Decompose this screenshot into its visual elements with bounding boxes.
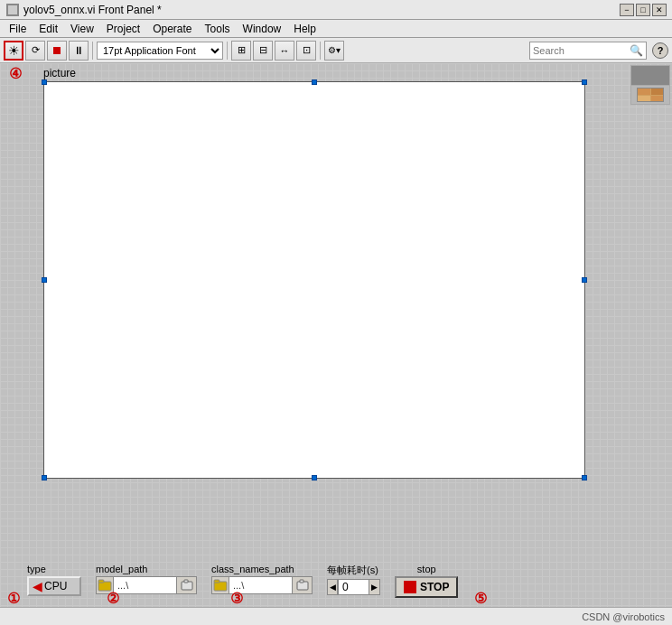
model-path-browse-button[interactable] <box>177 576 197 594</box>
restore-button[interactable]: □ <box>636 4 650 16</box>
app-icon <box>5 3 20 17</box>
type-body: ◀ CPU <box>27 576 81 596</box>
handle-top-left[interactable] <box>42 79 47 85</box>
pause-icon: ⏸ <box>73 44 84 57</box>
annotation-2: ② <box>107 591 119 606</box>
menu-edit[interactable]: Edit <box>33 22 63 36</box>
pause-button[interactable]: ⏸ <box>69 41 89 61</box>
window-controls: − □ ✕ <box>620 4 667 16</box>
abort-icon <box>53 47 61 54</box>
order-button[interactable]: ⊡ <box>296 41 316 61</box>
type-dropdown[interactable]: ◀ CPU <box>27 576 81 596</box>
stop-button[interactable]: STOP <box>395 576 458 598</box>
model-path-label: model_path <box>96 564 148 574</box>
type-control-widget: type ◀ CPU <box>27 564 81 596</box>
order-icon: ⊡ <box>303 44 311 56</box>
annotation-5: ⑤ <box>474 591 487 606</box>
menu-project[interactable]: Project <box>101 22 145 36</box>
handle-top-middle[interactable] <box>312 79 317 85</box>
stop-icon <box>404 581 416 593</box>
canvas-wrapper: picture type ◀ CPU <box>0 63 672 625</box>
handle-middle-right[interactable] <box>582 277 587 283</box>
toolbar: ☀ ⟳ ⏸ 17pt Application Font ⊞ ⊟ ↔ ⊡ ⚙▾ <box>0 38 672 63</box>
thumbnail-top <box>631 66 669 86</box>
frametime-increment[interactable]: ▶ <box>369 579 380 595</box>
run-continuous-icon: ⟳ <box>32 44 40 56</box>
window-title: yolov5_onnx.vi Front Panel * <box>23 4 620 16</box>
annotation-5-container: ⑤ <box>474 590 487 607</box>
distribute-button[interactable]: ⊟ <box>253 41 273 61</box>
menu-view[interactable]: View <box>65 22 99 36</box>
frametime-body: ◀ 0 ▶ <box>327 579 380 595</box>
run-button[interactable]: ☀ <box>4 41 23 61</box>
thumb-cell-2 <box>651 89 664 95</box>
picture-frame[interactable] <box>43 81 585 479</box>
close-button[interactable]: ✕ <box>652 4 667 16</box>
extra-icon: ⚙▾ <box>328 45 341 55</box>
picture-control: picture <box>43 81 585 479</box>
font-selector[interactable]: 17pt Application Font <box>97 42 223 60</box>
resize-icon: ↔ <box>280 45 290 56</box>
annotation-4: ④ <box>9 66 22 81</box>
handle-middle-left[interactable] <box>42 277 47 283</box>
menu-window[interactable]: Window <box>238 22 287 36</box>
picture-label: picture <box>43 67 76 79</box>
app-window: yolov5_onnx.vi Front Panel * − □ ✕ File … <box>0 0 672 625</box>
model-path-display[interactable]: ...\ <box>114 576 177 594</box>
svg-rect-5 <box>184 580 188 583</box>
stop-btn-label: STOP <box>420 581 449 593</box>
title-bar: yolov5_onnx.vi Front Panel * − □ ✕ <box>0 0 672 20</box>
run-continuous-button[interactable]: ⟳ <box>25 41 45 61</box>
handle-bottom-left[interactable] <box>42 475 47 480</box>
class-names-browse-button[interactable] <box>293 576 313 594</box>
resize-button[interactable]: ↔ <box>275 41 294 61</box>
thumbnail-grid <box>637 88 664 102</box>
svg-rect-3 <box>98 580 104 583</box>
handle-bottom-middle[interactable] <box>312 475 317 480</box>
frametime-decrement[interactable]: ◀ <box>327 579 338 595</box>
stop-label: stop <box>417 564 436 574</box>
annotation-3: ③ <box>230 591 243 606</box>
handle-bottom-right[interactable] <box>582 475 587 480</box>
toolbar-separator-1 <box>92 42 93 60</box>
search-input[interactable] <box>533 45 630 56</box>
toolbar-separator-3 <box>320 42 321 60</box>
thumb-cell-4 <box>651 96 664 102</box>
type-left-arrow: ◀ <box>33 579 42 593</box>
frametime-display[interactable]: 0 <box>338 579 369 595</box>
menu-help[interactable]: Help <box>288 22 322 36</box>
thumbnail-panel <box>630 65 670 105</box>
align-button[interactable]: ⊞ <box>231 41 251 61</box>
annotation-3-container: ③ <box>230 590 243 607</box>
menu-file[interactable]: File <box>4 22 32 36</box>
menu-operate[interactable]: Operate <box>147 22 197 36</box>
annotation-1-container: ① <box>7 590 20 607</box>
align-icon: ⊞ <box>238 44 246 56</box>
stop-widget: stop STOP <box>395 564 458 598</box>
class-names-path-widget: class_names_path ...\ <box>211 564 313 594</box>
thumb-cell-3 <box>638 96 650 102</box>
svg-rect-7 <box>214 580 219 583</box>
menu-tools[interactable]: Tools <box>200 22 236 36</box>
svg-rect-9 <box>300 580 303 583</box>
svg-rect-1 <box>8 5 17 14</box>
search-icon: 🔍 <box>630 44 643 57</box>
toolbar-separator-2 <box>227 42 228 60</box>
annotation-1: ① <box>7 591 20 606</box>
status-bar: CSDN @virobotics <box>0 607 672 625</box>
frametime-widget: 每帧耗时(s) ◀ 0 ▶ <box>327 564 380 595</box>
abort-button[interactable] <box>47 41 67 61</box>
annotation-2-container: ② <box>107 590 119 607</box>
extra-button[interactable]: ⚙▾ <box>324 41 344 61</box>
handle-top-right[interactable] <box>582 79 587 85</box>
minimize-button[interactable]: − <box>620 4 634 16</box>
run-icon: ☀ <box>8 43 20 58</box>
help-button[interactable]: ? <box>652 42 668 59</box>
status-text: CSDN @virobotics <box>582 611 665 622</box>
menu-bar: File Edit View Project Operate Tools Win… <box>0 20 672 38</box>
class-names-body: ...\ <box>211 576 313 594</box>
search-box[interactable]: 🔍 <box>529 42 647 60</box>
annotation-4-container: ④ <box>9 65 22 82</box>
type-value: CPU <box>44 580 67 592</box>
distribute-icon: ⊟ <box>259 44 267 56</box>
